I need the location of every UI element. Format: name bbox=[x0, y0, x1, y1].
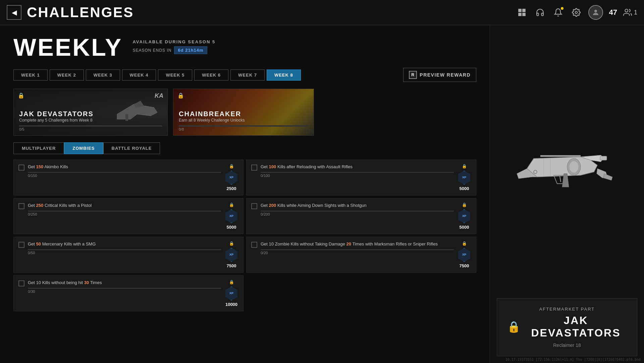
week-tab-4[interactable]: WEEK 4 bbox=[122, 70, 156, 81]
challenge-checkbox-2[interactable] bbox=[251, 165, 257, 171]
challenge-item-7[interactable]: Get 10 Kills without being hit 30 Times … bbox=[13, 275, 244, 311]
reward-info-sub: Reclaimer 18 bbox=[507, 343, 627, 348]
challenge-item-1[interactable]: Get 150 Akimbo Kills 0/150 🔒 XP 2500 bbox=[13, 160, 244, 195]
reward-cards: 🔒 KA JAK DEVASTATORS Complete any 5 Chal… bbox=[13, 89, 476, 136]
reward-card-chainbreaker[interactable]: 🔒 CHAINBREAKER Earn all 8 Weekly Challen… bbox=[173, 89, 314, 136]
preview-key-badge: R bbox=[409, 71, 417, 79]
challenge-checkbox-5[interactable] bbox=[18, 242, 24, 248]
weekly-meta: AVAILABLE DURING SEASON 5 SEASON ENDS IN… bbox=[132, 39, 215, 54]
challenge-progress-bar-container-6 bbox=[261, 249, 454, 250]
week-tab-2[interactable]: WEEK 2 bbox=[50, 70, 84, 81]
jak-card-content: 🔒 KA JAK DEVASTATORS Complete any 5 Chal… bbox=[14, 89, 167, 135]
chainbreaker-card-content: 🔒 CHAINBREAKER Earn all 8 Weekly Challen… bbox=[173, 89, 314, 135]
xp-badge-4: XP bbox=[457, 209, 471, 223]
week-tab-3[interactable]: WEEK 3 bbox=[86, 70, 120, 81]
challenge-text-2: Get 100 Kills after Reloading with Assau… bbox=[261, 164, 454, 170]
reward-name-lock-icon: 🔒 bbox=[507, 320, 522, 333]
challenge-lock-5: 🔒 bbox=[229, 241, 234, 246]
week-tab-6[interactable]: WEEK 6 bbox=[194, 70, 228, 81]
debug-info: 10.17.19373551 [72:156:1126l+11:A] Thu [… bbox=[505, 358, 641, 361]
avatar[interactable] bbox=[588, 5, 603, 20]
challenge-checkbox-3[interactable] bbox=[18, 203, 24, 209]
reward-info-label: AFTERMARKET PART bbox=[507, 307, 627, 312]
bell-icon[interactable] bbox=[552, 6, 564, 18]
reward-card-jak[interactable]: 🔒 KA JAK DEVASTATORS Complete any 5 Chal… bbox=[13, 89, 168, 136]
challenge-item-3[interactable]: Get 250 Critical Kills with a Pistol 0/2… bbox=[13, 198, 244, 234]
challenge-progress-bar-container-3 bbox=[28, 211, 221, 212]
challenge-item-5[interactable]: Get 50 Mercenary Kills with a SMG 0/50 🔒… bbox=[13, 237, 244, 273]
season-ends-label: SEASON ENDS IN bbox=[132, 48, 171, 53]
challenge-progress-text-4: 0/200 bbox=[261, 212, 454, 216]
xp-badge-1: XP bbox=[224, 171, 238, 185]
week-tabs: WEEK 1 WEEK 2 WEEK 3 WEEK 4 WEEK 5 WEEK … bbox=[13, 68, 476, 82]
challenge-lock-7: 🔒 bbox=[229, 280, 234, 284]
back-icon: ◀ bbox=[12, 8, 17, 16]
challenge-progress-bar-container-7 bbox=[28, 288, 221, 289]
challenge-lock-6: 🔒 bbox=[462, 241, 467, 246]
challenge-item-2[interactable]: Get 100 Kills after Reloading with Assau… bbox=[246, 160, 476, 195]
jak-reward-desc: Complete any 5 Challenges from Week 8 bbox=[19, 118, 162, 123]
challenge-right-1: 🔒 XP 2500 bbox=[224, 164, 238, 191]
xp-badge-7: XP bbox=[224, 286, 238, 301]
multiplayer-tab[interactable]: MULTIPLAYER bbox=[13, 142, 64, 154]
jak-progress-text: 0/5 bbox=[19, 127, 162, 131]
xp-amount-5: 7500 bbox=[227, 263, 236, 268]
top-bar-right: 47 1 bbox=[516, 5, 638, 20]
svg-point-5 bbox=[594, 10, 597, 12]
challenge-checkbox-7[interactable] bbox=[18, 280, 24, 286]
challenge-highlight-3: 250 bbox=[36, 203, 44, 208]
headset-icon[interactable] bbox=[534, 6, 546, 18]
challenge-checkbox-4[interactable] bbox=[251, 203, 257, 209]
reward-name-text: JAK DEVASTATORS bbox=[525, 314, 627, 339]
week-tab-7[interactable]: WEEK 7 bbox=[230, 70, 265, 81]
challenge-right-2: 🔒 XP 5000 bbox=[457, 164, 471, 191]
notification-dot bbox=[561, 7, 564, 10]
challenge-progress-text-7: 0/30 bbox=[28, 289, 221, 293]
right-panel: AFTERMARKET PART 🔒 JAK DEVASTATORS Recla… bbox=[490, 25, 644, 363]
grid-icon[interactable] bbox=[516, 6, 528, 18]
challenge-checkbox-1[interactable] bbox=[18, 165, 24, 171]
challenge-info-2: Get 100 Kills after Reloading with Assau… bbox=[261, 164, 454, 178]
preview-reward-button[interactable]: R PREVIEW REWARD bbox=[403, 68, 476, 82]
week-tab-8[interactable]: WEEK 8 bbox=[267, 70, 301, 81]
week-tab-5[interactable]: WEEK 5 bbox=[158, 70, 192, 81]
battle-royale-tab[interactable]: BATTLE ROYALE bbox=[103, 142, 160, 154]
challenge-progress-bar-container-1 bbox=[28, 172, 221, 173]
xp-amount-3: 5000 bbox=[227, 225, 236, 230]
back-button[interactable]: ◀ bbox=[7, 5, 21, 20]
zombies-tab[interactable]: ZOMBIES bbox=[64, 142, 103, 154]
challenge-text-6: Get 10 Zombie Kills without Taking Damag… bbox=[261, 241, 454, 247]
challenge-info-3: Get 250 Critical Kills with a Pistol 0/2… bbox=[28, 202, 221, 216]
challenge-checkbox-6[interactable] bbox=[251, 242, 257, 248]
challenge-right-4: 🔒 XP 5000 bbox=[457, 202, 471, 230]
chainbreaker-progress-text: 0/8 bbox=[179, 127, 308, 131]
xp-amount-7: 10000 bbox=[225, 302, 237, 307]
week-tab-1[interactable]: WEEK 1 bbox=[13, 70, 48, 81]
xp-amount-4: 5000 bbox=[460, 225, 469, 230]
challenge-highlight-6: 20 bbox=[346, 241, 351, 246]
top-bar: ◀ CHALLENGES bbox=[0, 0, 644, 25]
challenge-right-3: 🔒 XP 5000 bbox=[224, 202, 238, 230]
challenge-text-1: Get 150 Akimbo Kills bbox=[28, 164, 221, 170]
weekly-title: WEEKLY bbox=[13, 35, 122, 59]
group-icon[interactable]: 1 bbox=[623, 8, 637, 17]
xp-badge-6: XP bbox=[457, 248, 471, 262]
challenge-info-1: Get 150 Akimbo Kills 0/150 bbox=[28, 164, 221, 178]
chainbreaker-reward-name: CHAINBREAKER bbox=[179, 110, 308, 118]
xp-amount-1: 2500 bbox=[227, 186, 236, 191]
season-ends: SEASON ENDS IN 6d 21h14m bbox=[132, 46, 215, 54]
challenge-item-6[interactable]: Get 10 Zombie Kills without Taking Damag… bbox=[246, 237, 476, 273]
challenge-highlight-1: 150 bbox=[36, 164, 44, 169]
settings-icon[interactable] bbox=[570, 6, 582, 18]
season-timer: 6d 21h14m bbox=[174, 46, 207, 54]
challenge-item-4[interactable]: Get 200 Kills while Aiming Down Sights w… bbox=[246, 198, 476, 234]
challenge-right-7: 🔒 XP 10000 bbox=[224, 280, 238, 307]
reward-info-name: 🔒 JAK DEVASTATORS bbox=[507, 314, 627, 339]
player-level: 47 bbox=[609, 8, 617, 17]
svg-rect-0 bbox=[518, 9, 522, 12]
chainbreaker-progress-container bbox=[179, 125, 308, 127]
challenge-info-6: Get 10 Zombie Kills without Taking Damag… bbox=[261, 241, 454, 255]
main-content: WEEKLY AVAILABLE DURING SEASON 5 SEASON … bbox=[0, 25, 644, 363]
challenge-lock-1: 🔒 bbox=[229, 164, 234, 169]
challenge-info-4: Get 200 Kills while Aiming Down Sights w… bbox=[261, 202, 454, 216]
